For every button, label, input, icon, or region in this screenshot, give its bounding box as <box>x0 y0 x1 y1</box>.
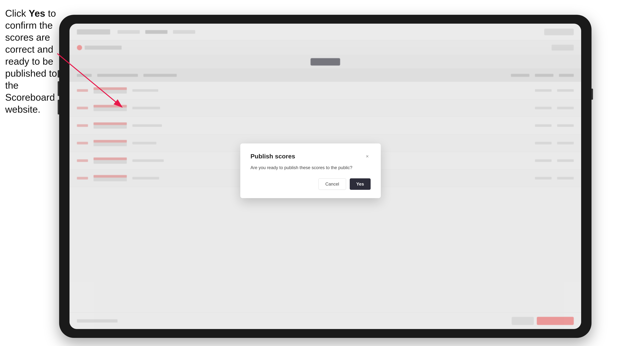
tablet-left-button-1 <box>58 70 59 78</box>
dialog-title: Publish scores <box>250 153 295 160</box>
tablet-screen: Publish scores × Are you ready to publis… <box>70 24 581 329</box>
dialog-header: Publish scores × <box>250 153 370 160</box>
cancel-button[interactable]: Cancel <box>318 178 346 190</box>
dialog-close-button[interactable]: × <box>364 153 370 160</box>
dialog-overlay: Publish scores × Are you ready to publis… <box>70 24 581 329</box>
tablet-power-button <box>592 89 593 100</box>
publish-scores-dialog: Publish scores × Are you ready to publis… <box>240 144 381 198</box>
tablet-device: Publish scores × Are you ready to publis… <box>59 15 592 338</box>
dialog-body: Are you ready to publish these scores to… <box>250 164 370 171</box>
dialog-footer: Cancel Yes <box>250 178 370 190</box>
yes-button[interactable]: Yes <box>350 178 370 190</box>
instruction-text: Click Yes to confirm the scores are corr… <box>5 7 59 115</box>
tablet-left-button-3 <box>58 100 59 115</box>
tablet-left-button-2 <box>58 81 59 96</box>
